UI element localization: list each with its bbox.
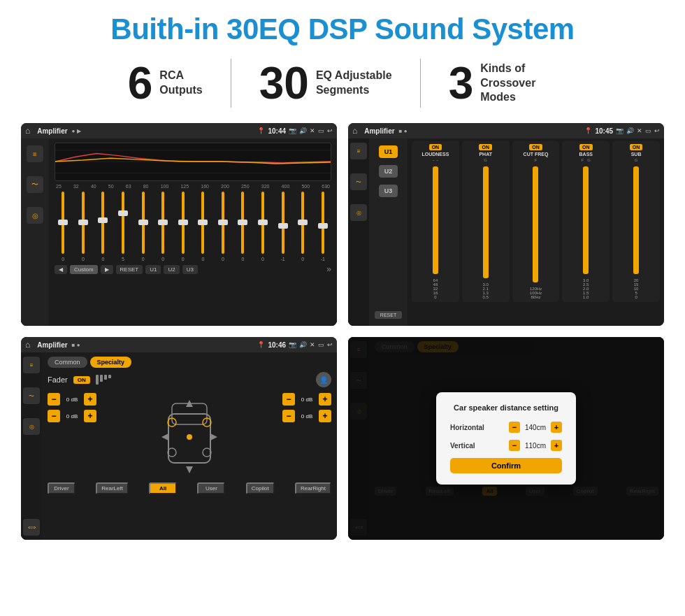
u3-btn-1[interactable]: U3 xyxy=(182,265,198,274)
eq-graph xyxy=(55,143,331,181)
loudness-on[interactable]: ON xyxy=(429,144,442,150)
speaker-icon-3[interactable]: ◎ xyxy=(23,418,40,435)
fader-main: Common Specialty Fader ON 👤 xyxy=(42,352,337,540)
speaker-icon-2[interactable]: ◎ xyxy=(350,204,367,221)
cutfreq-slider[interactable] xyxy=(533,166,538,282)
slider-2[interactable]: 0 xyxy=(94,192,112,262)
status-bar-1: Amplifier ● ▶ 📍 10:44 📷 🔊 ✕ ▭ ↩ xyxy=(21,123,337,138)
prev-btn[interactable]: ◀ xyxy=(55,265,67,274)
confirm-button[interactable]: Confirm xyxy=(450,458,562,473)
fader-bars xyxy=(96,375,111,385)
xover-cutfreq: ON CUT FREQ F 120Hz100Hz80Hz xyxy=(512,141,560,302)
home-icon-1[interactable] xyxy=(25,126,30,136)
home-icon-3[interactable] xyxy=(25,340,30,350)
eq-icon-2[interactable]: ≡ xyxy=(350,143,367,159)
slider-6[interactable]: 0 xyxy=(174,192,192,262)
expand-icon-3[interactable]: ⟺ xyxy=(23,519,40,536)
vertical-plus[interactable]: + xyxy=(551,440,562,451)
crossover-main: ON LOUDNESS ~~ 644832160 ON PHAT xyxy=(408,138,664,326)
screen2-title: Amplifier xyxy=(364,127,394,135)
slider-4[interactable]: 0 xyxy=(134,192,152,262)
cutfreq-on[interactable]: ON xyxy=(529,144,542,150)
phat-val: 3.02.11.30.5 xyxy=(483,282,489,299)
tab-specialty[interactable]: Specialty xyxy=(90,357,132,368)
slider-8[interactable]: 0 xyxy=(215,192,232,262)
stat-crossover-number: 3 xyxy=(449,61,474,106)
copilot-btn[interactable]: Copilot xyxy=(246,482,275,494)
left-front-plus[interactable]: + xyxy=(84,393,96,406)
phat-slider[interactable] xyxy=(483,166,489,278)
page-container: Buith-in 30EQ DSP Sound System 6 RCAOutp… xyxy=(0,0,685,547)
rearRight-btn[interactable]: RearRight xyxy=(295,482,331,494)
reset-btn-1[interactable]: RESET xyxy=(116,265,143,274)
slider-7[interactable]: 0 xyxy=(194,192,212,262)
left-controls: − 0 dB + − 0 dB + xyxy=(48,393,96,422)
slider-5[interactable]: 0 xyxy=(154,192,172,262)
user-btn[interactable]: User xyxy=(197,482,225,494)
screen3-time: 10:46 xyxy=(268,341,286,349)
tab-common[interactable]: Common xyxy=(48,357,87,368)
right-rear-plus[interactable]: + xyxy=(319,410,331,422)
right-rear-minus[interactable]: − xyxy=(282,410,295,422)
slider-10[interactable]: 0 xyxy=(254,192,272,262)
stat-crossover: 3 Kinds ofCrossover Modes xyxy=(421,61,586,106)
bass-on[interactable]: ON xyxy=(579,144,593,150)
all-btn[interactable]: All xyxy=(149,482,177,494)
slider-11[interactable]: -1 xyxy=(274,192,291,262)
reset-btn-2[interactable]: RESET xyxy=(375,311,402,319)
svg-marker-13 xyxy=(210,434,217,440)
slider-13[interactable]: -1 xyxy=(315,192,332,262)
rearLeft-btn[interactable]: RearLeft xyxy=(96,482,129,494)
location-icon-1: 📍 xyxy=(257,127,265,134)
slider-3[interactable]: 5 xyxy=(115,192,132,262)
screen3-body: ≡ 〜 ◎ ⟺ Common Specialty Fader ON xyxy=(21,352,337,540)
left-rear-minus[interactable]: − xyxy=(48,410,60,422)
horizontal-minus[interactable]: − xyxy=(509,422,520,433)
u1-btn-1[interactable]: U1 xyxy=(145,265,161,274)
play-btn[interactable]: ▶ xyxy=(101,265,113,274)
sub-on[interactable]: ON xyxy=(630,144,643,150)
fader-on-badge[interactable]: ON xyxy=(73,376,90,384)
status-dots-1: ● ▶ xyxy=(72,128,81,134)
loudness-val: 644832160 xyxy=(433,278,438,299)
slider-12[interactable]: 0 xyxy=(294,192,312,262)
right-front-minus[interactable]: − xyxy=(282,393,295,406)
screen-eq: Amplifier ● ▶ 📍 10:44 📷 🔊 ✕ ▭ ↩ ≡ 〜 ◎ xyxy=(21,123,337,326)
eq-icon-3[interactable]: ≡ xyxy=(23,357,40,373)
wave-icon-1[interactable]: 〜 xyxy=(27,176,43,193)
slider-0[interactable]: 0 xyxy=(55,192,72,262)
wave-icon-3[interactable]: 〜 xyxy=(23,387,40,404)
loudness-slider[interactable] xyxy=(433,166,438,274)
horizontal-plus[interactable]: + xyxy=(551,422,562,433)
screen1-time: 10:44 xyxy=(268,127,286,135)
u2-btn-1[interactable]: U2 xyxy=(164,265,179,274)
home-icon-2[interactable] xyxy=(352,126,357,136)
u1-select[interactable]: U1 xyxy=(379,145,398,158)
left-front-minus[interactable]: − xyxy=(48,393,60,406)
location-icon-3: 📍 xyxy=(257,341,265,348)
custom-btn[interactable]: Custom xyxy=(70,265,98,274)
speaker-layout: − 0 dB + − 0 dB + xyxy=(48,393,331,477)
vertical-value: 110cm xyxy=(523,442,548,450)
stat-rca: 6 RCAOutputs xyxy=(100,61,231,106)
phat-on[interactable]: ON xyxy=(479,144,492,150)
screen-distance: Amplifier ■ ● 📍 10:46 📷 🔊 ✕ ▭ ↩ ≡ 〜 ◎ xyxy=(348,337,664,540)
back-icon-3: ↩ xyxy=(327,341,333,348)
u3-select[interactable]: U3 xyxy=(379,185,398,197)
eq-icon-1[interactable]: ≡ xyxy=(27,145,43,162)
svg-point-9 xyxy=(187,434,192,440)
left-rear-plus[interactable]: + xyxy=(84,410,96,422)
speaker-icon-1[interactable]: ◎ xyxy=(27,207,43,224)
right-front-plus[interactable]: + xyxy=(319,393,331,406)
u2-select[interactable]: U2 xyxy=(379,165,398,178)
dialog-overlay: Car speaker distance setting Horizontal … xyxy=(348,337,664,540)
avatar-icon-3: 👤 xyxy=(316,372,331,387)
slider-9[interactable]: 0 xyxy=(234,192,252,262)
sub-slider[interactable] xyxy=(633,166,639,274)
wave-icon-2[interactable]: 〜 xyxy=(350,173,367,190)
status-right-2: 📍 10:45 📷 🔊 ✕ ▭ ↩ xyxy=(584,127,660,135)
bass-slider[interactable] xyxy=(583,166,589,274)
driver-btn[interactable]: Driver xyxy=(48,482,75,494)
slider-1[interactable]: 0 xyxy=(75,192,92,262)
vertical-minus[interactable]: − xyxy=(509,440,520,451)
